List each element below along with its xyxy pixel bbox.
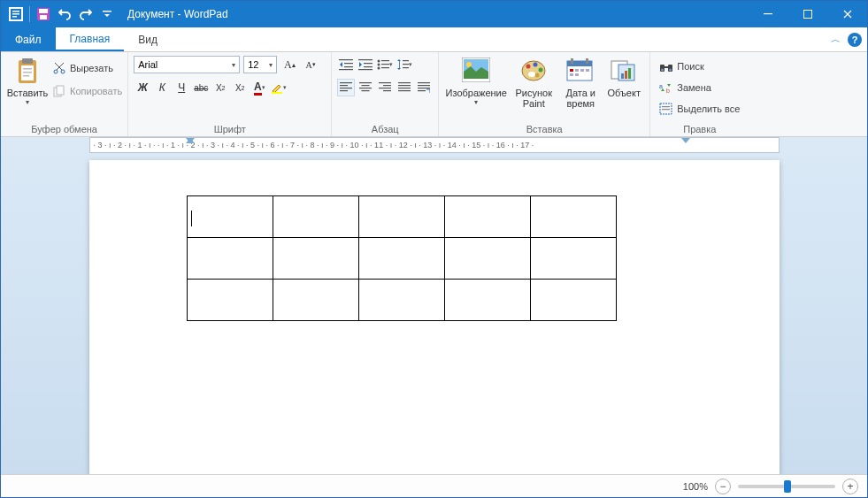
grow-font-button[interactable]: A▴ [280,56,298,73]
table-row [187,196,616,238]
group-paragraph-label: Абзац [337,122,433,134]
help-icon[interactable]: ? [848,33,862,47]
cut-button[interactable]: Вырезать [52,59,122,77]
font-color-button[interactable]: A▾ [250,79,268,96]
paragraph-dialog-button[interactable] [415,79,433,96]
maximize-button[interactable] [787,1,827,27]
svg-rect-48 [379,82,391,83]
replace-label: Замена [677,82,711,93]
left-indent-marker[interactable] [186,138,195,143]
insert-datetime-button[interactable]: Дата и время [559,56,602,111]
font-name-combo[interactable]: Arial▾ [134,56,240,73]
svg-point-18 [61,70,65,73]
svg-rect-34 [381,64,389,65]
svg-rect-49 [383,85,391,86]
find-button[interactable]: Поиск [659,57,740,75]
insert-paint-label: Рисунок Paint [511,88,556,109]
svg-rect-73 [570,69,573,72]
strikethrough-button[interactable]: abc [192,79,210,96]
binoculars-icon [659,59,673,73]
chevron-down-icon: ▾ [26,98,29,106]
svg-rect-38 [403,64,409,65]
tab-file[interactable]: Файл [1,27,56,51]
justify-button[interactable] [396,79,413,96]
svg-rect-56 [418,82,430,83]
superscript-button[interactable]: X2 [231,79,249,96]
underline-button[interactable]: Ч [173,79,190,96]
copy-label: Копировать [70,86,122,96]
close-button[interactable] [827,1,867,27]
font-size-combo[interactable]: 12▾ [243,56,277,73]
right-indent-marker[interactable] [681,138,690,143]
svg-rect-59 [418,90,426,91]
zoom-out-button[interactable]: − [715,479,731,494]
svg-rect-36 [399,61,400,68]
copy-button[interactable]: Копировать [52,82,122,100]
italic-button[interactable]: К [153,79,171,96]
insert-object-button[interactable]: Объект [603,56,644,111]
svg-rect-7 [40,15,47,19]
group-font: Arial▾ 12▾ A▴ A▾ Ж К Ч abc X2 X2 A▾ ▾ Шр… [128,52,332,136]
svg-rect-83 [628,68,631,79]
select-all-button[interactable]: Выделить все [659,100,740,118]
subscript-button[interactable]: X2 [211,79,229,96]
zoom-slider-thumb[interactable] [784,480,791,493]
svg-text:a: a [659,83,663,89]
svg-rect-57 [418,85,430,86]
statusbar: 100% − + [1,474,867,497]
group-editing: Поиск ab Замена Выделить все Правка [650,52,749,136]
zoom-level: 100% [683,481,708,492]
svg-point-64 [526,65,531,69]
document-area[interactable] [1,155,867,474]
zoom-slider[interactable] [738,485,835,488]
cut-label: Вырезать [70,63,113,73]
svg-point-87 [661,69,664,72]
svg-point-88 [669,69,672,72]
insert-picture-button[interactable]: Изображение ▾ [444,56,508,111]
svg-rect-46 [359,88,372,88]
increase-indent-button[interactable] [357,56,374,73]
svg-rect-53 [398,85,411,86]
undo-icon[interactable] [55,4,74,24]
tab-view[interactable]: Вид [124,27,172,51]
svg-point-31 [378,64,380,66]
decrease-indent-button[interactable] [337,56,355,73]
svg-rect-25 [339,69,353,70]
zoom-in-button[interactable]: + [842,479,858,494]
svg-point-67 [535,73,540,78]
app-icon[interactable] [6,4,26,24]
minimize-button[interactable] [748,1,787,27]
svg-rect-55 [398,90,411,91]
redo-icon[interactable] [76,4,96,24]
insert-paint-button[interactable]: Рисунок Paint [510,56,557,111]
paste-button[interactable]: Вставить ▾ [6,56,49,108]
align-center-button[interactable] [357,79,374,96]
line-spacing-button[interactable]: ▾ [396,56,413,73]
svg-rect-10 [803,11,811,19]
align-right-button[interactable] [376,79,394,96]
horizontal-ruler[interactable]: · 3 · ı · 2 · ı · 1 · ı · · ı · 1 · ı · … [89,137,780,153]
svg-rect-23 [344,63,353,64]
svg-rect-51 [383,90,391,91]
bold-button[interactable]: Ж [134,79,151,96]
svg-rect-37 [403,60,409,61]
collapse-ribbon-icon[interactable]: ︿ [831,33,841,46]
bullets-button[interactable]: ▾ [376,56,394,73]
svg-rect-54 [398,88,411,88]
highlight-button[interactable]: ▾ [270,79,288,96]
tab-home[interactable]: Главная [56,27,125,51]
svg-rect-93 [662,109,670,110]
align-left-button[interactable] [337,79,355,96]
page [89,160,780,474]
qat-customize-icon[interactable] [97,4,117,24]
svg-rect-72 [586,58,588,64]
svg-rect-4 [12,16,17,18]
document-table[interactable] [187,195,617,321]
svg-rect-92 [662,106,670,107]
svg-rect-47 [362,90,370,91]
svg-rect-16 [23,75,29,77]
save-icon[interactable] [34,4,53,24]
replace-button[interactable]: ab Замена [659,79,740,96]
shrink-font-button[interactable]: A▾ [302,56,319,73]
svg-point-32 [378,67,380,70]
